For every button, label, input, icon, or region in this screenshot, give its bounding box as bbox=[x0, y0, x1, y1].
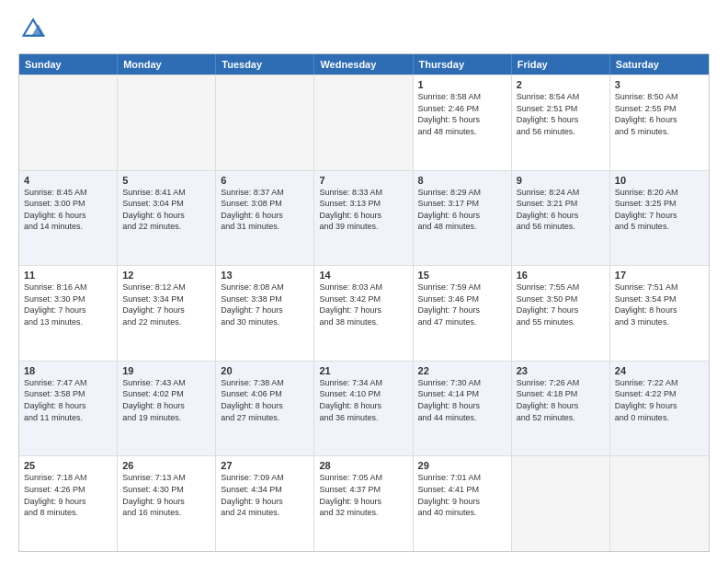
cell-info: Sunrise: 8:50 AM Sunset: 2:55 PM Dayligh… bbox=[615, 91, 704, 137]
calendar-cell: 22Sunrise: 7:30 AM Sunset: 4:14 PM Dayli… bbox=[414, 362, 512, 456]
calendar-cell: 29Sunrise: 7:01 AM Sunset: 4:41 PM Dayli… bbox=[414, 456, 512, 551]
calendar: SundayMondayTuesdayWednesdayThursdayFrid… bbox=[18, 53, 710, 552]
calendar-cell bbox=[118, 75, 216, 170]
calendar-header-cell: Saturday bbox=[610, 54, 709, 75]
calendar-cell bbox=[512, 456, 610, 551]
calendar-cell: 7Sunrise: 8:33 AM Sunset: 3:13 PM Daylig… bbox=[314, 171, 413, 266]
cell-info: Sunrise: 8:12 AM Sunset: 3:34 PM Dayligh… bbox=[122, 282, 210, 327]
calendar-cell: 1Sunrise: 8:58 AM Sunset: 2:46 PM Daylig… bbox=[414, 75, 512, 170]
cell-info: Sunrise: 8:29 AM Sunset: 3:17 PM Dayligh… bbox=[418, 187, 506, 233]
calendar-body: 1Sunrise: 8:58 AM Sunset: 2:46 PM Daylig… bbox=[19, 75, 709, 551]
cell-info: Sunrise: 7:30 AM Sunset: 4:14 PM Dayligh… bbox=[418, 377, 506, 423]
cell-info: Sunrise: 7:22 AM Sunset: 4:22 PM Dayligh… bbox=[615, 377, 704, 423]
calendar-cell: 9Sunrise: 8:24 AM Sunset: 3:21 PM Daylig… bbox=[512, 171, 610, 266]
cell-info: Sunrise: 7:51 AM Sunset: 3:54 PM Dayligh… bbox=[615, 282, 704, 327]
header bbox=[18, 15, 710, 44]
day-number: 12 bbox=[122, 270, 210, 281]
cell-info: Sunrise: 8:45 AM Sunset: 3:00 PM Dayligh… bbox=[24, 187, 112, 233]
cell-info: Sunrise: 8:20 AM Sunset: 3:25 PM Dayligh… bbox=[615, 187, 704, 233]
calendar-cell: 27Sunrise: 7:09 AM Sunset: 4:34 PM Dayli… bbox=[216, 456, 314, 551]
logo-icon bbox=[20, 15, 46, 40]
calendar-row: 1Sunrise: 8:58 AM Sunset: 2:46 PM Daylig… bbox=[19, 75, 709, 170]
cell-info: Sunrise: 8:33 AM Sunset: 3:13 PM Dayligh… bbox=[319, 187, 407, 233]
cell-info: Sunrise: 7:47 AM Sunset: 3:58 PM Dayligh… bbox=[24, 377, 112, 423]
calendar-cell bbox=[314, 75, 413, 170]
calendar-cell: 4Sunrise: 8:45 AM Sunset: 3:00 PM Daylig… bbox=[19, 171, 118, 266]
day-number: 1 bbox=[418, 79, 506, 90]
day-number: 26 bbox=[122, 460, 210, 471]
day-number: 25 bbox=[24, 460, 112, 471]
calendar-cell: 16Sunrise: 7:55 AM Sunset: 3:50 PM Dayli… bbox=[512, 266, 610, 361]
day-number: 11 bbox=[24, 270, 112, 281]
day-number: 7 bbox=[319, 175, 407, 186]
cell-info: Sunrise: 8:37 AM Sunset: 3:08 PM Dayligh… bbox=[221, 187, 309, 233]
calendar-cell: 3Sunrise: 8:50 AM Sunset: 2:55 PM Daylig… bbox=[610, 75, 709, 170]
svg-marker-1 bbox=[32, 24, 45, 36]
cell-info: Sunrise: 7:43 AM Sunset: 4:02 PM Dayligh… bbox=[122, 377, 210, 423]
cell-info: Sunrise: 8:08 AM Sunset: 3:38 PM Dayligh… bbox=[221, 282, 309, 327]
cell-info: Sunrise: 7:59 AM Sunset: 3:46 PM Dayligh… bbox=[418, 282, 506, 327]
calendar-header-cell: Tuesday bbox=[216, 54, 314, 75]
calendar-cell: 6Sunrise: 8:37 AM Sunset: 3:08 PM Daylig… bbox=[216, 171, 314, 266]
calendar-cell: 5Sunrise: 8:41 AM Sunset: 3:04 PM Daylig… bbox=[118, 171, 216, 266]
calendar-cell: 17Sunrise: 7:51 AM Sunset: 3:54 PM Dayli… bbox=[610, 266, 709, 361]
day-number: 24 bbox=[615, 365, 704, 376]
calendar-cell: 23Sunrise: 7:26 AM Sunset: 4:18 PM Dayli… bbox=[512, 362, 610, 456]
day-number: 19 bbox=[122, 365, 210, 376]
day-number: 28 bbox=[319, 460, 407, 471]
day-number: 21 bbox=[319, 365, 407, 376]
calendar-cell: 28Sunrise: 7:05 AM Sunset: 4:37 PM Dayli… bbox=[314, 456, 413, 551]
logo bbox=[18, 15, 50, 44]
cell-info: Sunrise: 7:01 AM Sunset: 4:41 PM Dayligh… bbox=[418, 472, 506, 518]
day-number: 29 bbox=[418, 460, 506, 471]
day-number: 4 bbox=[24, 175, 112, 186]
calendar-header-cell: Sunday bbox=[19, 54, 118, 75]
calendar-cell: 20Sunrise: 7:38 AM Sunset: 4:06 PM Dayli… bbox=[216, 362, 314, 456]
cell-info: Sunrise: 7:34 AM Sunset: 4:10 PM Dayligh… bbox=[319, 377, 407, 423]
page: SundayMondayTuesdayWednesdayThursdayFrid… bbox=[0, 0, 728, 563]
cell-info: Sunrise: 8:58 AM Sunset: 2:46 PM Dayligh… bbox=[418, 91, 506, 137]
cell-info: Sunrise: 7:55 AM Sunset: 3:50 PM Dayligh… bbox=[517, 282, 605, 327]
calendar-row: 18Sunrise: 7:47 AM Sunset: 3:58 PM Dayli… bbox=[19, 361, 709, 456]
calendar-cell: 10Sunrise: 8:20 AM Sunset: 3:25 PM Dayli… bbox=[610, 171, 709, 266]
calendar-cell: 19Sunrise: 7:43 AM Sunset: 4:02 PM Dayli… bbox=[118, 362, 216, 456]
calendar-header-cell: Friday bbox=[512, 54, 610, 75]
cell-info: Sunrise: 8:16 AM Sunset: 3:30 PM Dayligh… bbox=[24, 282, 112, 327]
calendar-cell: 26Sunrise: 7:13 AM Sunset: 4:30 PM Dayli… bbox=[118, 456, 216, 551]
cell-info: Sunrise: 8:03 AM Sunset: 3:42 PM Dayligh… bbox=[319, 282, 407, 327]
cell-info: Sunrise: 7:05 AM Sunset: 4:37 PM Dayligh… bbox=[319, 472, 407, 518]
calendar-row: 4Sunrise: 8:45 AM Sunset: 3:00 PM Daylig… bbox=[19, 170, 709, 266]
cell-info: Sunrise: 7:18 AM Sunset: 4:26 PM Dayligh… bbox=[24, 472, 112, 518]
calendar-cell bbox=[19, 75, 118, 170]
cell-info: Sunrise: 7:38 AM Sunset: 4:06 PM Dayligh… bbox=[221, 377, 309, 423]
cell-info: Sunrise: 7:13 AM Sunset: 4:30 PM Dayligh… bbox=[122, 472, 210, 518]
cell-info: Sunrise: 7:26 AM Sunset: 4:18 PM Dayligh… bbox=[517, 377, 605, 423]
calendar-cell: 8Sunrise: 8:29 AM Sunset: 3:17 PM Daylig… bbox=[414, 171, 512, 266]
day-number: 17 bbox=[615, 270, 704, 281]
day-number: 15 bbox=[418, 270, 506, 281]
day-number: 14 bbox=[319, 270, 407, 281]
day-number: 20 bbox=[221, 365, 309, 376]
calendar-cell: 11Sunrise: 8:16 AM Sunset: 3:30 PM Dayli… bbox=[19, 266, 118, 361]
calendar-cell: 25Sunrise: 7:18 AM Sunset: 4:26 PM Dayli… bbox=[19, 456, 118, 551]
calendar-cell: 24Sunrise: 7:22 AM Sunset: 4:22 PM Dayli… bbox=[610, 362, 709, 456]
day-number: 16 bbox=[517, 270, 605, 281]
calendar-cell bbox=[216, 75, 314, 170]
calendar-header-cell: Wednesday bbox=[314, 54, 413, 75]
calendar-row: 11Sunrise: 8:16 AM Sunset: 3:30 PM Dayli… bbox=[19, 265, 709, 361]
calendar-cell: 12Sunrise: 8:12 AM Sunset: 3:34 PM Dayli… bbox=[118, 266, 216, 361]
day-number: 18 bbox=[24, 365, 112, 376]
day-number: 6 bbox=[221, 175, 309, 186]
calendar-cell: 2Sunrise: 8:54 AM Sunset: 2:51 PM Daylig… bbox=[512, 75, 610, 170]
calendar-cell: 21Sunrise: 7:34 AM Sunset: 4:10 PM Dayli… bbox=[314, 362, 413, 456]
calendar-cell: 18Sunrise: 7:47 AM Sunset: 3:58 PM Dayli… bbox=[19, 362, 118, 456]
calendar-cell: 14Sunrise: 8:03 AM Sunset: 3:42 PM Dayli… bbox=[314, 266, 413, 361]
day-number: 5 bbox=[122, 175, 210, 186]
calendar-header-cell: Monday bbox=[118, 54, 216, 75]
calendar-cell: 15Sunrise: 7:59 AM Sunset: 3:46 PM Dayli… bbox=[414, 266, 512, 361]
cell-info: Sunrise: 7:09 AM Sunset: 4:34 PM Dayligh… bbox=[221, 472, 309, 518]
calendar-cell bbox=[610, 456, 709, 551]
calendar-header-cell: Thursday bbox=[414, 54, 512, 75]
day-number: 3 bbox=[615, 79, 704, 90]
cell-info: Sunrise: 8:24 AM Sunset: 3:21 PM Dayligh… bbox=[517, 187, 605, 233]
